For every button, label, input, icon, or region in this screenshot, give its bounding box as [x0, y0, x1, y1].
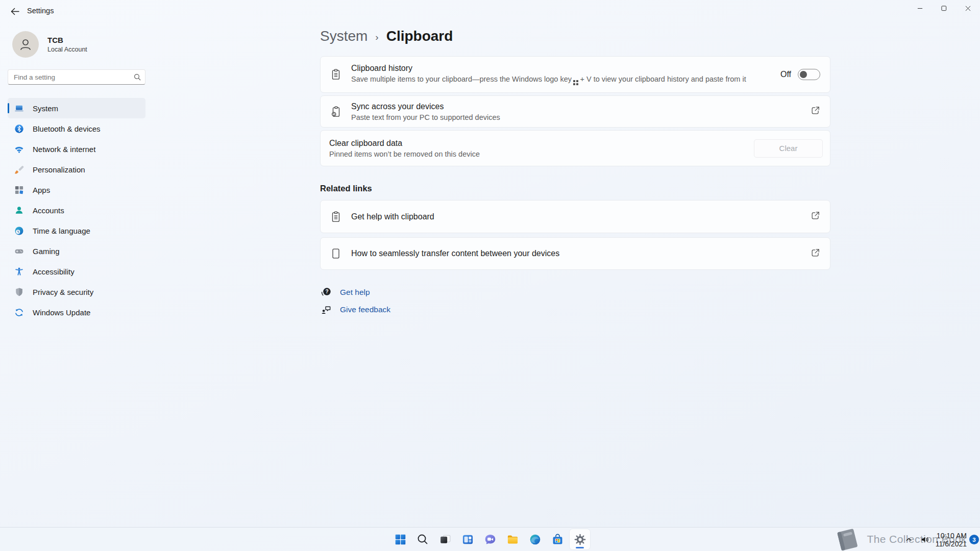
- person-icon: [18, 37, 33, 52]
- widgets-button[interactable]: [457, 529, 478, 549]
- sidebar-item-label: Personalization: [33, 165, 85, 174]
- search-icon: [134, 73, 141, 83]
- wifi-icon: [14, 144, 24, 154]
- volume-button[interactable]: [917, 530, 934, 550]
- clipboard-sync-icon: [321, 106, 351, 118]
- maximize-button[interactable]: [932, 0, 956, 17]
- sidebar-item-network-internet[interactable]: Network & internet: [8, 139, 145, 159]
- sidebar-item-bluetooth-devices[interactable]: Bluetooth & devices: [8, 118, 145, 139]
- sidebar-item-label: Network & internet: [33, 145, 95, 154]
- user-name: TCB: [47, 36, 87, 44]
- system-icon: [14, 104, 24, 113]
- minimize-icon: [917, 6, 923, 11]
- feedback-icon: [320, 304, 332, 315]
- taskbar-search-button[interactable]: [412, 529, 433, 549]
- card-text: How to seamlessly transfer content betwe…: [351, 249, 811, 258]
- main-content: System › Clipboard Clipboard history Sav…: [320, 21, 830, 315]
- system-tray: 10:10 AM 11/6/2021 3: [901, 528, 980, 551]
- close-button[interactable]: [956, 0, 980, 17]
- sidebar-item-time-language[interactable]: Time & language: [8, 220, 145, 241]
- clock[interactable]: 10:10 AM 11/6/2021: [936, 532, 967, 548]
- sidebar-item-label: System: [33, 104, 58, 113]
- sidebar-item-system[interactable]: System: [8, 98, 145, 118]
- avatar: [12, 31, 39, 58]
- sidebar-item-personalization[interactable]: Personalization: [8, 159, 145, 180]
- close-icon: [965, 6, 971, 11]
- tray-time: 10:10 AM: [936, 532, 967, 540]
- selected-indicator: [8, 103, 9, 113]
- clock-globe-icon: [14, 226, 24, 236]
- edge-button[interactable]: [525, 529, 545, 549]
- sidebar-item-label: Bluetooth & devices: [33, 124, 101, 133]
- sidebar-item-label: Windows Update: [33, 308, 90, 317]
- sidebar-item-label: Apps: [33, 186, 50, 194]
- card-title: Clear clipboard data: [329, 139, 754, 148]
- sidebar-item-accounts[interactable]: Accounts: [8, 200, 145, 220]
- bluetooth-icon: [14, 124, 24, 134]
- sidebar-nav: System Bluetooth & devices Network & int…: [8, 98, 145, 322]
- sidebar-item-apps[interactable]: Apps: [8, 180, 145, 200]
- give-feedback-label: Give feedback: [340, 305, 390, 314]
- get-help-link[interactable]: ? Get help: [320, 287, 370, 297]
- get-help-with-clipboard-link[interactable]: Get help with clipboard: [320, 200, 830, 233]
- settings-button[interactable]: [570, 529, 590, 549]
- titlebar: Settings: [0, 0, 980, 21]
- sidebar-item-label: Gaming: [33, 247, 60, 256]
- file-explorer-button[interactable]: [502, 529, 523, 549]
- update-arrows-icon: [14, 308, 24, 317]
- user-account[interactable]: TCB Local Account: [12, 31, 153, 58]
- start-button[interactable]: [390, 529, 410, 549]
- taskbar: The Collection Book: [0, 527, 980, 551]
- external-link-icon: [811, 248, 820, 260]
- sidebar-item-gaming[interactable]: Gaming: [8, 241, 145, 261]
- breadcrumb-parent[interactable]: System: [320, 28, 368, 44]
- transfer-content-link[interactable]: How to seamlessly transfer content betwe…: [320, 237, 830, 270]
- toggle-knob: [800, 71, 807, 78]
- description-prefix: Save multiple items to your clipboard—pr…: [351, 75, 572, 83]
- chat-button[interactable]: [480, 529, 500, 549]
- notification-badge[interactable]: 3: [969, 535, 979, 544]
- breadcrumb-separator-icon: ›: [375, 30, 378, 43]
- apps-icon: [14, 185, 24, 195]
- sidebar-item-label: Accounts: [33, 206, 64, 215]
- document-icon: [321, 247, 351, 260]
- microsoft-store-button[interactable]: [547, 529, 568, 549]
- clipboard-history-toggle[interactable]: [798, 69, 820, 80]
- help-links: ? Get help Give feedback: [320, 287, 830, 315]
- card-text: Clipboard history Save multiple items to…: [351, 64, 780, 85]
- start-icon: [394, 533, 407, 546]
- chat-icon: [484, 533, 497, 546]
- sync-across-devices-card[interactable]: Sync across your devices Paste text from…: [320, 95, 830, 128]
- tray-overflow-button[interactable]: [901, 530, 917, 550]
- card-title: Get help with clipboard: [351, 212, 811, 221]
- active-app-indicator: [576, 547, 584, 548]
- back-button[interactable]: [7, 4, 23, 18]
- breadcrumb: System › Clipboard: [320, 28, 830, 44]
- settings-cards: Clipboard history Save multiple items to…: [320, 56, 830, 166]
- help-question-icon: ?: [320, 287, 332, 297]
- windows-logo-key-icon: [573, 80, 579, 86]
- card-description: Save multiple items to your clipboard—pr…: [351, 75, 780, 85]
- give-feedback-link[interactable]: Give feedback: [320, 304, 390, 315]
- card-text: Clear clipboard data Pinned items won’t …: [329, 139, 754, 158]
- taskbar-icons: [390, 529, 590, 549]
- sidebar-item-privacy-security[interactable]: Privacy & security: [8, 282, 145, 302]
- search-input[interactable]: [8, 69, 145, 85]
- sidebar-item-windows-update[interactable]: Windows Update: [8, 302, 145, 322]
- minimize-button[interactable]: [908, 0, 932, 17]
- external-link-icon: [811, 106, 820, 117]
- sidebar-item-label: Privacy & security: [33, 288, 93, 296]
- page-title: Clipboard: [386, 28, 453, 44]
- card-text: Get help with clipboard: [351, 212, 811, 221]
- task-view-icon: [439, 533, 452, 546]
- sidebar-item-accessibility[interactable]: Accessibility: [8, 261, 145, 282]
- task-view-button[interactable]: [435, 529, 455, 549]
- get-help-label: Get help: [340, 288, 370, 297]
- book-icon: [833, 526, 861, 551]
- sidebar-item-label: Accessibility: [33, 267, 75, 276]
- clear-button[interactable]: Clear: [754, 139, 823, 158]
- card-text: Sync across your devices Paste text from…: [351, 102, 811, 121]
- widgets-icon: [461, 533, 474, 546]
- description-suffix: + V to view your clipboard history and p…: [580, 75, 746, 83]
- search-icon: [416, 533, 429, 545]
